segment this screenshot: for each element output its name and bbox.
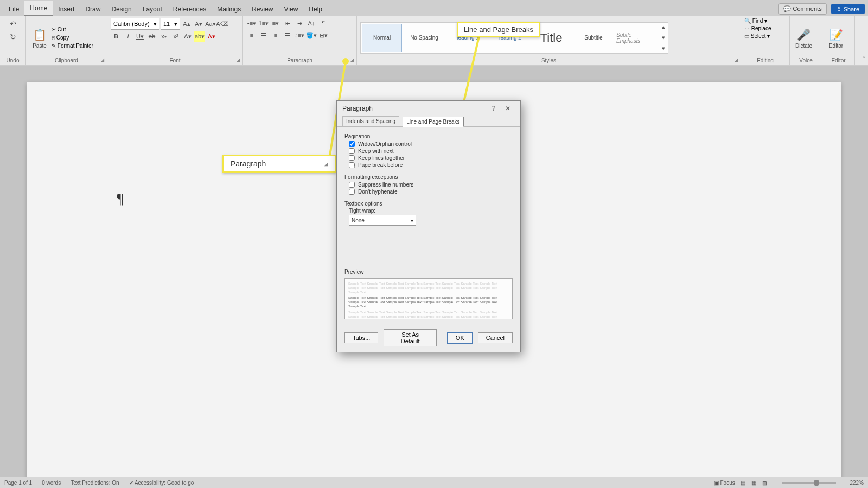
- font-size-select[interactable]: 11▾: [161, 18, 180, 30]
- text-effects-icon[interactable]: A▾: [182, 31, 193, 42]
- menu-layout[interactable]: Layout: [137, 2, 168, 16]
- highlight-icon[interactable]: ab▾: [194, 31, 205, 42]
- preview-line: Sample Text Sample Text Sample Text Samp…: [348, 311, 509, 319]
- style-no-spacing[interactable]: No Spacing: [404, 24, 444, 52]
- change-case-icon[interactable]: Aa▾: [205, 18, 216, 29]
- bold-icon[interactable]: B: [111, 31, 122, 42]
- menu-design[interactable]: Design: [106, 2, 137, 16]
- align-center-icon[interactable]: ☰: [258, 30, 269, 41]
- underline-icon[interactable]: U▾: [135, 31, 145, 42]
- styles-down-icon[interactable]: ▾: [658, 33, 669, 43]
- print-layout-icon[interactable]: ▦: [751, 480, 757, 485]
- sort-icon[interactable]: A↓: [306, 18, 317, 29]
- font-launcher-icon[interactable]: ◢: [235, 57, 241, 63]
- style-label: Subtitle: [584, 35, 602, 41]
- justify-icon[interactable]: ☰: [282, 30, 293, 41]
- italic-icon[interactable]: I: [123, 31, 133, 42]
- decrease-indent-icon[interactable]: ⇤: [282, 18, 293, 29]
- dialog-close-icon[interactable]: ✕: [501, 102, 515, 114]
- select-button[interactable]: ▭ Select ▾: [744, 33, 770, 39]
- numbering-icon[interactable]: 1≡▾: [258, 18, 269, 29]
- collapse-ribbon-icon[interactable]: ⌄: [858, 50, 868, 61]
- zoom-in-icon[interactable]: +: [841, 480, 845, 486]
- clear-format-icon[interactable]: A⌫: [217, 18, 228, 29]
- menu-file[interactable]: File: [3, 2, 24, 16]
- zoom-slider[interactable]: [782, 482, 836, 484]
- align-right-icon[interactable]: ≡: [270, 30, 281, 41]
- decrease-font-icon[interactable]: A▾: [193, 18, 204, 29]
- paragraph-launcher-icon[interactable]: ◢: [349, 57, 355, 63]
- keep-with-next-checkbox[interactable]: Keep with next: [344, 147, 513, 155]
- style-subtle-emphasis[interactable]: Subtle Emphasis: [616, 24, 656, 52]
- increase-font-icon[interactable]: A▴: [181, 18, 192, 29]
- styles-launcher-icon[interactable]: ◢: [733, 57, 739, 63]
- keep-lines-together-checkbox[interactable]: Keep lines together: [344, 155, 513, 162]
- redo-icon[interactable]: ↻: [7, 31, 19, 43]
- tight-wrap-select[interactable]: None▾: [349, 215, 416, 226]
- borders-icon[interactable]: ⊞▾: [318, 30, 329, 41]
- menu-home[interactable]: Home: [24, 1, 53, 16]
- subscript-icon[interactable]: x₂: [158, 31, 169, 42]
- page-break-before-checkbox[interactable]: Page break before: [344, 162, 513, 169]
- replace-button[interactable]: ↔ Replace: [744, 25, 771, 31]
- menu-help[interactable]: Help: [303, 2, 328, 16]
- dictate-button[interactable]: 🎤Dictate: [793, 25, 814, 50]
- menu-insert[interactable]: Insert: [53, 2, 80, 16]
- multilevel-icon[interactable]: ≡▾: [270, 18, 281, 29]
- menu-references[interactable]: References: [168, 2, 212, 16]
- strike-icon[interactable]: ab: [146, 31, 157, 42]
- read-mode-icon[interactable]: ▤: [741, 480, 746, 485]
- style-subtitle[interactable]: Subtitle: [573, 24, 614, 52]
- menu-review[interactable]: Review: [246, 2, 278, 16]
- status-accessibility[interactable]: ✔ Accessibility: Good to go: [129, 480, 194, 486]
- share-button[interactable]: ⇪ Share: [831, 4, 865, 14]
- align-left-icon[interactable]: ≡: [246, 30, 257, 41]
- undo-icon[interactable]: ↶: [7, 18, 19, 30]
- web-layout-icon[interactable]: ▩: [762, 480, 768, 485]
- styles-more-icon[interactable]: ▾: [658, 43, 669, 54]
- clipboard-launcher-icon[interactable]: ◢: [99, 57, 106, 63]
- hyphen-label: Don't hyphenate: [358, 189, 398, 195]
- suppress-line-numbers-checkbox[interactable]: Suppress line numbers: [344, 181, 513, 188]
- cut-button[interactable]: ✂ Cut: [52, 27, 93, 33]
- status-focus[interactable]: ▣ Focus: [714, 480, 735, 486]
- show-marks-icon[interactable]: ¶: [318, 18, 329, 29]
- dont-hyphenate-checkbox[interactable]: Don't hyphenate: [344, 188, 513, 195]
- tab-indents-spacing[interactable]: Indents and Spacing: [342, 116, 399, 126]
- comments-button[interactable]: 💬 Comments: [778, 3, 826, 15]
- menu-view[interactable]: View: [279, 2, 304, 16]
- zoom-out-icon[interactable]: −: [773, 480, 776, 486]
- bullets-icon[interactable]: •≡▾: [246, 18, 257, 29]
- zoom-value[interactable]: 222%: [850, 480, 864, 486]
- tabs-button[interactable]: Tabs...: [344, 332, 378, 343]
- font-name-select[interactable]: Calibri (Body)▾: [111, 18, 159, 30]
- increase-indent-icon[interactable]: ⇥: [294, 18, 305, 29]
- dialog-help-icon[interactable]: ?: [487, 102, 501, 114]
- shading-icon[interactable]: 🪣▾: [306, 30, 317, 41]
- status-page[interactable]: Page 1 of 1: [4, 480, 32, 486]
- paste-button[interactable]: 📋 Paste: [29, 25, 50, 50]
- status-predictions[interactable]: Text Predictions: On: [71, 480, 119, 486]
- ok-button[interactable]: OK: [448, 332, 473, 343]
- font-color-icon[interactable]: A▾: [206, 31, 217, 42]
- pagination-heading: Pagination: [344, 133, 513, 139]
- widow-orphan-checkbox[interactable]: Widow/Orphan control: [344, 140, 513, 147]
- tab-line-page-breaks[interactable]: Line and Page Breaks: [403, 117, 463, 127]
- superscript-icon[interactable]: x²: [170, 31, 181, 42]
- status-words[interactable]: 0 words: [42, 480, 61, 486]
- style-normal[interactable]: Normal: [362, 24, 402, 52]
- find-button[interactable]: 🔍 Find ▾: [744, 18, 767, 24]
- line-spacing-icon[interactable]: ↕≡▾: [294, 30, 305, 41]
- paragraph-dialog: Paragraph ? ✕ Indents and Spacing Line a…: [336, 100, 521, 352]
- menu-draw[interactable]: Draw: [80, 2, 106, 16]
- dialog-titlebar[interactable]: Paragraph ? ✕: [337, 101, 520, 116]
- menu-mailings[interactable]: Mailings: [212, 2, 246, 16]
- editor-button[interactable]: 📝Editor: [826, 25, 846, 50]
- copy-button[interactable]: ⎘ Copy: [52, 35, 93, 41]
- set-default-button[interactable]: Set As Default: [384, 329, 436, 346]
- cancel-button[interactable]: Cancel: [478, 332, 513, 343]
- styles-up-icon[interactable]: ▴: [658, 22, 669, 33]
- tight-wrap-label: Tight wrap:: [344, 208, 513, 214]
- format-painter-button[interactable]: ✎ Format Painter: [52, 43, 93, 49]
- callout-paragraph-label: Paragraph: [231, 159, 266, 168]
